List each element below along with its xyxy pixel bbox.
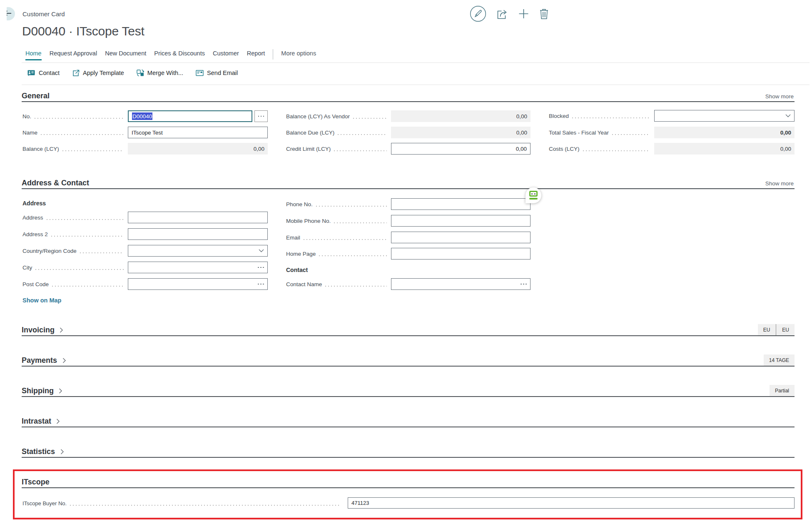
page-caption: Customer Card [22, 10, 65, 17]
section-header-statistics[interactable]: Statistics [22, 447, 795, 458]
divider-under-tabs [22, 62, 810, 63]
delete-icon[interactable] [540, 8, 548, 19]
balance-vendor-field: 0,00 [391, 110, 531, 122]
edit-icon[interactable] [470, 5, 486, 22]
share-icon[interactable] [497, 8, 508, 19]
tab-customer[interactable]: Customer [213, 50, 239, 59]
post-code-field-input[interactable] [128, 278, 268, 290]
general-show-more-link[interactable]: Show more [765, 93, 794, 100]
blocked-field-dropdown[interactable] [654, 110, 795, 122]
chevron-right-icon [62, 358, 66, 363]
city-field-input[interactable] [128, 262, 268, 273]
section-title-shipping: Shipping [22, 386, 54, 396]
tab-more-options[interactable]: More options [281, 50, 316, 59]
contact-name-field-label: Contact Name [286, 278, 391, 290]
robot-extension-badge[interactable] [526, 187, 541, 203]
address2-field-input[interactable] [128, 228, 268, 240]
section-header-payments[interactable]: Payments 14 TAGE [22, 355, 795, 367]
robot-icon [529, 191, 538, 197]
home-page-field-input[interactable] [391, 248, 531, 260]
country-field-dropdown[interactable] [128, 245, 268, 257]
address-field-input[interactable] [128, 212, 268, 223]
section-header-invoicing[interactable]: Invoicing EU EU [22, 325, 795, 336]
balance-field-value: 0,00 [254, 146, 264, 152]
city-assist-icon[interactable] [258, 267, 264, 268]
total-sales-field[interactable]: 0,00 [654, 127, 795, 138]
section-header-intrastat[interactable]: Intrastat [22, 416, 795, 427]
mobile-field-label: Mobile Phone No. [286, 215, 391, 227]
send-email-icon [196, 70, 204, 76]
payments-badge: 14 TAGE [764, 354, 795, 366]
menu-tabs: Home Request Approval New Document Price… [25, 50, 316, 61]
section-header-itscope: ITscope [22, 478, 795, 488]
no-field-label: No. [22, 110, 128, 122]
section-title-general[interactable]: General [22, 92, 50, 100]
balance-vendor-field-label: Balance (LCY) As Vendor [286, 110, 391, 122]
contact-name-assist-icon[interactable] [521, 284, 527, 285]
section-header-address: Address & Contact Show more [22, 179, 795, 189]
group-label-address: Address [22, 200, 46, 207]
costs-field: 0,00 [654, 143, 795, 155]
merge-with-action-label: Merge With... [147, 70, 183, 76]
blocked-field-label: Blocked [549, 110, 654, 122]
balance-due-field-label: Balance Due (LCY) [286, 127, 391, 138]
balance-field-label: Balance (LCY) [22, 143, 128, 155]
page-title: D00040 · ITscope Test [22, 24, 144, 38]
section-title-payments: Payments [22, 355, 57, 365]
window-toolbar [470, 5, 548, 22]
mobile-field-input[interactable] [391, 215, 531, 227]
merge-with-action[interactable]: Merge With... [137, 69, 183, 77]
total-sales-field-label: Total Sales - Fiscal Year [549, 127, 654, 138]
section-title-statistics: Statistics [22, 447, 55, 457]
credit-limit-field-value: 0,00 [516, 146, 527, 152]
tab-request-approval[interactable]: Request Approval [50, 50, 97, 59]
itscope-buyer-no-field-input[interactable]: 471123 [348, 497, 795, 509]
costs-field-label: Costs (LCY) [549, 143, 654, 155]
country-field-label: Country/Region Code [22, 245, 128, 257]
tabs-separator [273, 49, 273, 60]
phone-field-label: Phone No. [286, 198, 391, 210]
post-code-assist-icon[interactable] [258, 284, 264, 285]
tab-report[interactable]: Report [247, 50, 265, 59]
tab-home[interactable]: Home [25, 50, 42, 60]
tab-prices-discounts[interactable]: Prices & Discounts [154, 50, 205, 59]
chevron-down-icon [259, 249, 264, 252]
annotation-highlight-box [13, 469, 802, 519]
chevron-right-icon [59, 388, 62, 394]
contact-action-label: Contact [39, 70, 60, 76]
credit-limit-field-label: Credit Limit (LCY) [286, 143, 391, 155]
name-field-input[interactable]: ITscope Test [128, 127, 268, 138]
group-label-contact: Contact [286, 267, 308, 273]
home-page-field-label: Home Page [286, 248, 391, 260]
phone-field-input[interactable] [391, 198, 531, 210]
back-button[interactable] [7, 7, 15, 20]
apply-template-action[interactable]: Apply Template [72, 69, 124, 77]
add-icon[interactable] [518, 8, 529, 19]
invoicing-badge-2: EU [777, 324, 795, 335]
tab-new-document[interactable]: New Document [105, 50, 146, 59]
no-assist-button[interactable] [254, 110, 268, 122]
address-field-label: Address [22, 212, 128, 223]
section-title-invoicing: Invoicing [22, 325, 55, 335]
no-field-input[interactable]: D00040 [128, 110, 252, 122]
action-bar: Contact Apply Template Merge With... Sen… [27, 68, 238, 78]
section-header-shipping[interactable]: Shipping Partial [22, 386, 795, 397]
send-email-action[interactable]: Send Email [196, 70, 238, 76]
address-show-more-link[interactable]: Show more [765, 180, 794, 187]
name-field-label: Name [22, 127, 128, 138]
credit-limit-field-input[interactable]: 0,00 [391, 143, 531, 155]
itscope-buyer-no-field-value: 471123 [351, 500, 369, 506]
shipping-badge: Partial [770, 385, 795, 396]
chevron-down-icon [785, 114, 791, 117]
section-title-address[interactable]: Address & Contact [22, 179, 89, 187]
section-title-itscope[interactable]: ITscope [22, 478, 50, 486]
chevron-right-icon [56, 419, 60, 424]
email-field-input[interactable] [391, 232, 531, 243]
name-field-value: ITscope Test [132, 130, 163, 136]
apply-template-icon [72, 69, 80, 77]
invoicing-badge-1: EU [758, 324, 776, 335]
no-field-value: D00040 [132, 112, 152, 120]
contact-name-field-input[interactable] [391, 278, 531, 290]
show-on-map-link[interactable]: Show on Map [22, 297, 61, 304]
contact-action[interactable]: Contact [27, 70, 60, 76]
